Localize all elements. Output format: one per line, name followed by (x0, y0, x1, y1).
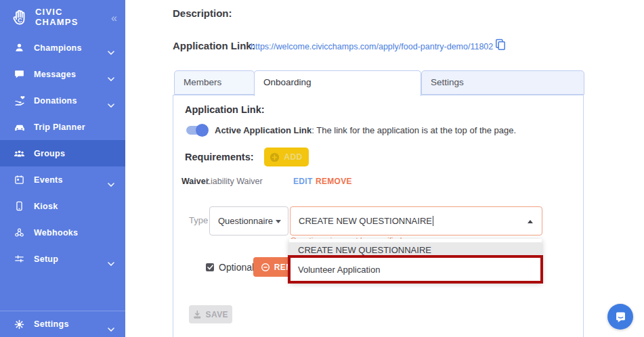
add-requirement-button[interactable]: ADD (264, 148, 309, 166)
save-button[interactable]: SAVE (189, 305, 232, 323)
requirement-kind: Waiver (181, 177, 209, 186)
sidebar-item-label: Groups (34, 149, 65, 158)
hand-heart-icon (14, 95, 25, 106)
application-link-label: Application Link: (173, 40, 255, 51)
chat-launcher-button[interactable] (607, 304, 633, 330)
sidebar-item-label: Kiosk (34, 202, 58, 211)
text-cursor (433, 216, 433, 226)
optional-row: Optional (206, 262, 254, 273)
edit-link[interactable]: EDIT (293, 177, 313, 186)
sidebar-item-settings[interactable]: Settings (0, 311, 125, 337)
sidebar-item-label: Messages (34, 70, 76, 79)
sidebar-item-donations[interactable]: Donations (0, 87, 125, 114)
save-icon (193, 310, 202, 319)
optional-checkbox[interactable] (206, 263, 214, 271)
plus-circle-icon (270, 152, 280, 162)
sidebar-item-label: Settings (34, 319, 69, 329)
questionnaire-combobox[interactable]: CREATE NEW QUESTIONNAIRE (290, 206, 542, 235)
sidebar-item-messages[interactable]: Messages (0, 61, 125, 87)
sidebar-item-champions[interactable]: Champions (0, 35, 125, 61)
dropdown-option-create-new[interactable]: CREATE NEW QUESTIONNAIRE (289, 242, 542, 258)
caret-up-icon (528, 220, 533, 223)
chevron-down-icon (108, 98, 114, 110)
copy-icon[interactable] (495, 39, 506, 53)
sidebar-item-label: Setup (34, 254, 58, 264)
sidebar-item-label: Webhooks (34, 228, 78, 238)
toggle-label-bold: Active Application Link (215, 125, 312, 135)
remove-link[interactable]: REMOVE (316, 177, 352, 186)
civic-champs-hand-logo-icon: C (10, 7, 30, 32)
questionnaire-combobox-value: CREATE NEW QUESTIONNAIRE (299, 216, 432, 226)
save-button-label: SAVE (206, 310, 228, 319)
app-root: C CIVIC CHAMPS « Champions Messages (0, 0, 644, 337)
application-link-url[interactable]: https://welcome.civicchamps.com/apply/fo… (251, 42, 493, 51)
requirement-list-row: Waiver Liability Waiver EDIT REMOVE (173, 177, 583, 187)
add-button-label: ADD (284, 152, 303, 162)
chevron-down-icon (108, 322, 114, 334)
requirement-name: Liability Waiver (206, 177, 263, 186)
chat-icon (14, 68, 25, 80)
active-application-link-row: Active Application Link: The link for th… (186, 125, 516, 135)
main-content: Description: Application Link: https://w… (125, 0, 644, 337)
minus-circle-icon (261, 263, 270, 272)
tab-settings[interactable]: Settings (421, 70, 584, 95)
optional-label: Optional (219, 262, 254, 273)
sidebar-item-setup[interactable]: Setup (0, 246, 125, 272)
tab-members[interactable]: Members (174, 70, 255, 95)
car-icon (14, 121, 25, 133)
chevron-down-icon (108, 256, 114, 269)
sidebar-item-trip-planner[interactable]: Trip Planner (0, 114, 125, 140)
sliders-icon (14, 253, 25, 265)
tab-onboarding[interactable]: Onboarding (254, 70, 421, 96)
logo-line2: CHAMPS (35, 17, 79, 27)
onboarding-panel: Application Link: Active Application Lin… (173, 95, 584, 337)
logo-line1: CIVIC (35, 7, 79, 17)
caret-down-icon (276, 220, 281, 223)
active-link-toggle[interactable] (186, 126, 207, 135)
logo: C CIVIC CHAMPS « (0, 0, 125, 35)
requirements-row: Requirements: ADD (185, 148, 309, 166)
sidebar-item-label: Events (34, 175, 63, 185)
type-select-value: Questionnaire (218, 216, 273, 226)
sidebar-item-kiosk[interactable]: Kiosk (0, 193, 125, 219)
people-icon (14, 148, 25, 159)
chevron-down-icon (108, 72, 114, 84)
toggle-knob (196, 124, 209, 137)
panel-application-link-heading: Application Link: (185, 104, 265, 115)
type-select[interactable]: Questionnaire (209, 206, 288, 235)
sidebar-item-label: Donations (34, 96, 77, 106)
sidebar-item-label: Champions (34, 43, 82, 53)
person-icon (14, 42, 25, 53)
calendar-icon (14, 174, 25, 185)
sidebar-item-label: Trip Planner (34, 122, 85, 132)
description-label: Description: (173, 7, 232, 19)
dropdown-option-volunteer-application[interactable]: Volunteer Application (289, 258, 542, 282)
webhook-icon (14, 227, 25, 238)
chat-bubble-icon (614, 311, 627, 323)
phone-icon (14, 200, 25, 212)
chevron-down-icon (108, 45, 114, 58)
logo-text: CIVIC CHAMPS (35, 7, 79, 27)
toggle-label-rest: : The link for the application is at the… (312, 125, 516, 135)
requirements-label: Requirements: (185, 152, 254, 162)
gear-icon (14, 319, 25, 330)
check-icon (207, 265, 213, 270)
sidebar: C CIVIC CHAMPS « Champions Messages (0, 0, 125, 337)
type-label: Type (189, 215, 208, 225)
questionnaire-dropdown-menu: CREATE NEW QUESTIONNAIRE Volunteer Appli… (289, 239, 542, 282)
chevron-down-icon (108, 177, 114, 189)
svg-text:C: C (18, 17, 22, 24)
sidebar-item-webhooks[interactable]: Webhooks (0, 219, 125, 246)
toggle-description: Active Application Link: The link for th… (215, 125, 516, 135)
sidebar-item-groups[interactable]: Groups (0, 140, 125, 166)
sidebar-collapse-icon[interactable]: « (111, 12, 117, 24)
sidebar-item-events[interactable]: Events (0, 166, 125, 193)
